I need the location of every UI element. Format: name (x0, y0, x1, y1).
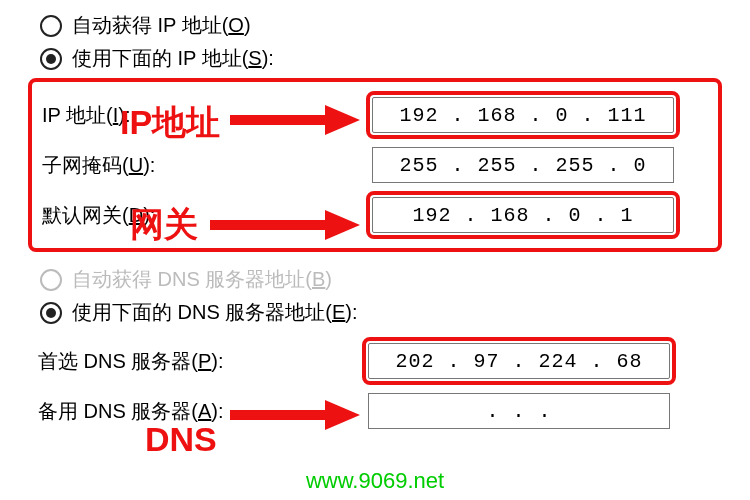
radio-auto-ip[interactable]: 自动获得 IP 地址(O) (40, 12, 750, 39)
radio-auto-dns[interactable]: 自动获得 DNS 服务器地址(B) (40, 266, 750, 293)
dns-fields-group: 首选 DNS 服务器(P): 202 . 97 . 224 . 68 备用 DN… (28, 332, 722, 440)
radio-manual-ip[interactable]: 使用下面的 IP 地址(S): (40, 45, 750, 72)
ip-address-input[interactable]: 192 . 168 . 0 . 111 (372, 97, 674, 133)
default-gateway-label: 默认网关(D): (42, 202, 372, 229)
radio-icon (40, 269, 62, 291)
subnet-mask-label: 子网掩码(U): (42, 152, 372, 179)
ip-fields-group: IP 地址(I): 192 . 168 . 0 . 111 子网掩码(U): 2… (28, 78, 722, 252)
default-gateway-input[interactable]: 192 . 168 . 0 . 1 (372, 197, 674, 233)
radio-manual-dns-label: 使用下面的 DNS 服务器地址(E): (72, 299, 358, 326)
radio-manual-dns[interactable]: 使用下面的 DNS 服务器地址(E): (40, 299, 750, 326)
subnet-mask-input[interactable]: 255 . 255 . 255 . 0 (372, 147, 674, 183)
ip-address-label: IP 地址(I): (42, 102, 372, 129)
radio-icon (40, 302, 62, 324)
radio-manual-ip-label: 使用下面的 IP 地址(S): (72, 45, 274, 72)
radio-auto-ip-label: 自动获得 IP 地址(O) (72, 12, 251, 39)
alternate-dns-label: 备用 DNS 服务器(A): (38, 398, 368, 425)
preferred-dns-input[interactable]: 202 . 97 . 224 . 68 (368, 343, 670, 379)
radio-auto-dns-label: 自动获得 DNS 服务器地址(B) (72, 266, 332, 293)
watermark: www.9069.net (306, 468, 444, 494)
preferred-dns-label: 首选 DNS 服务器(P): (38, 348, 368, 375)
radio-icon (40, 48, 62, 70)
radio-icon (40, 15, 62, 37)
alternate-dns-input[interactable]: . . . (368, 393, 670, 429)
